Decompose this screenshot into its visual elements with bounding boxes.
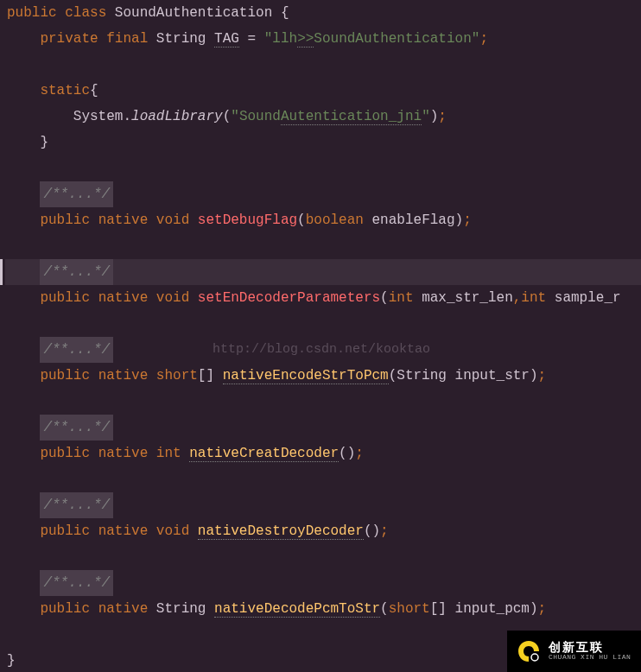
method-nativedestroydecoder: nativeDestroyDecoder [198,523,364,540]
keyword-native: native [98,446,149,461]
paren-open: ( [364,523,372,539]
semicolon: ; [538,601,547,617]
keyword-boolean: boolean [306,212,364,228]
keyword-public: public [40,368,90,384]
code-line: static{ [5,78,641,104]
badge-logo-icon [516,638,542,664]
op-equals: = [248,31,257,47]
paren-open: ( [339,446,347,461]
string-part: llh [272,31,297,47]
keyword-native: native [98,290,149,306]
paren-open: ( [380,290,389,306]
method-setdebugflag: setDebugFlag [198,212,297,228]
code-line: public native void nativeDestroyDecoder(… [5,518,641,544]
code-line: /**...*/http://blog.csdn.net/kooktao [5,337,641,363]
method-nativeencodestrtopcm: nativeEncodeStrToPcm [223,368,389,384]
paren-close: ) [430,109,439,124]
blank-line [5,389,641,415]
string-quote: " [231,109,239,124]
keyword-class: class [65,5,106,21]
brackets: [] [430,601,447,617]
code-line: public native void setDebugFlag(boolean … [5,207,641,233]
keyword-int: int [156,446,181,461]
paren-open: ( [223,109,232,124]
type-string: String [156,31,206,47]
semicolon: ; [463,212,472,228]
keyword-native: native [98,368,149,384]
keyword-native: native [98,601,149,617]
keyword-public: public [40,212,90,228]
code-line: public native String nativeDecodePcmToSt… [5,596,641,622]
keyword-final: final [106,31,148,47]
code-line: System.loadLibrary("SoundAutentication_j… [5,104,641,130]
cursor-indicator [0,259,3,285]
keyword-short: short [156,368,198,384]
semicolon: ; [538,368,547,384]
code-line: public native int nativeCreatDecoder(); [5,441,641,466]
keyword-short: short [389,601,430,617]
watermark-badge: 创新互联 CHUANG XIN HU LIAN [507,631,641,672]
string-part: Sound [239,109,281,124]
keyword-void: void [156,212,189,228]
javadoc-collapsed[interactable]: /**...*/ [40,415,113,441]
javadoc-collapsed[interactable]: /**...*/ [40,337,113,363]
brackets: [] [198,368,214,384]
code-line: private final String TAG = "llh>>SoundAu… [5,26,641,52]
brace-open: { [281,5,289,21]
keyword-public: public [40,290,90,306]
keyword-public: public [40,446,90,461]
code-line: public class SoundAuthentication { [5,0,641,26]
brace-close: } [7,653,16,669]
string-part: Autentication_jni [281,109,422,125]
code-editor: public class SoundAuthentication { priva… [0,0,641,672]
badge-chinese: 创新互联 [549,641,631,654]
code-line: public native void setEnDecoderParameter… [5,285,641,311]
javadoc-collapsed[interactable]: /**...*/ [40,259,113,285]
keyword-void: void [156,290,189,306]
brace-open: { [90,83,98,98]
blank-line [5,233,641,259]
semicolon: ; [438,109,447,124]
string-part: >> [297,31,314,48]
svg-point-0 [531,654,538,661]
param-name: max_str_len [422,290,513,306]
method-loadlibrary: loadLibrary [131,109,223,124]
keyword-private: private [40,31,98,47]
blank-line [5,311,641,337]
paren-open: ( [389,368,397,384]
blank-line [5,466,641,492]
badge-text: 创新互联 CHUANG XIN HU LIAN [549,641,631,662]
brace-close: } [40,135,48,150]
string-quote: " [264,31,273,47]
semicolon: ; [355,446,364,461]
semicolon: ; [479,31,488,47]
comma: , [513,290,522,306]
code-line: /**...*/ [5,181,641,207]
badge-english: CHUANG XIN HU LIAN [549,654,631,662]
string-quote: " [472,31,480,47]
paren-close: ) [372,523,381,539]
watermark-text: http://blog.csdn.net/kooktao [213,337,430,363]
blank-line [5,52,641,78]
type-string: String [156,601,206,617]
javadoc-collapsed[interactable]: /**...*/ [40,492,113,518]
paren-close: ) [455,212,464,228]
paren-close: ) [347,446,356,461]
keyword-public: public [40,601,90,617]
keyword-static: static [40,83,90,98]
param-name: input_pcm [455,601,530,617]
javadoc-collapsed[interactable]: /**...*/ [40,181,113,207]
class-name: SoundAuthentication [115,5,272,21]
keyword-int: int [389,290,414,306]
javadoc-collapsed[interactable]: /**...*/ [40,570,113,596]
keyword-int: int [521,290,546,306]
method-nativecreatdecoder: nativeCreatDecoder [189,446,339,462]
type-string: String [397,368,447,384]
paren-open: ( [297,212,306,228]
param-name: enableFlag [372,212,455,228]
paren-open: ( [380,601,389,617]
keyword-public: public [7,5,57,21]
blank-line [5,155,641,181]
semicolon: ; [380,523,389,539]
code-line: /**...*/ [5,415,641,441]
